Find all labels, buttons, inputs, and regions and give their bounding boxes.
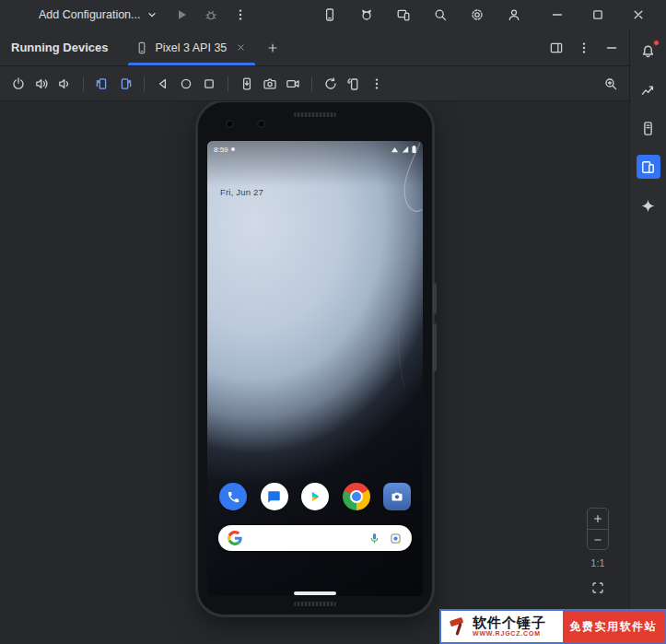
chart-trend-icon — [640, 82, 656, 98]
camera-app-icon[interactable] — [383, 483, 411, 510]
search-icon — [433, 7, 448, 22]
hardware-volume-button[interactable] — [433, 323, 437, 371]
home-date: Fri, Jun 27 — [220, 187, 263, 197]
window-layout-button[interactable] — [544, 36, 568, 60]
mic-icon[interactable] — [368, 533, 380, 544]
device-connection-button[interactable] — [343, 73, 365, 95]
kebab-icon — [577, 41, 591, 55]
wifi-icon — [391, 146, 399, 153]
volume-up-button[interactable] — [30, 73, 53, 95]
logcat-button[interactable] — [355, 3, 379, 27]
panel-title: Running Devices — [11, 41, 108, 54]
panel-options-button[interactable] — [572, 36, 596, 60]
power-icon — [11, 76, 26, 91]
gemini-sparkle-icon — [640, 198, 656, 214]
fit-screen-button[interactable] — [586, 576, 610, 600]
zoom-scale-label[interactable]: 1:1 — [590, 557, 604, 568]
google-search-bar[interactable] — [218, 525, 412, 551]
chrome-core — [352, 492, 361, 501]
minimize-icon — [550, 7, 565, 22]
toolbar-more-button[interactable] — [366, 73, 388, 95]
run-configuration-dropdown[interactable]: Add Configuration... — [39, 8, 157, 21]
power-button[interactable] — [7, 73, 29, 95]
volume-down-button[interactable] — [53, 73, 76, 95]
hammer-logo-icon — [447, 615, 469, 638]
running-devices-panel: Running Devices Pixel 3 API 35 — [0, 29, 629, 644]
watermark-banner[interactable]: 软件个锤子 WWW.RJGCZ.COM 免费实用软件站 — [439, 609, 666, 644]
zoom-controls: 1:1 — [586, 508, 610, 600]
tab-pixel-3-api-35[interactable]: Pixel 3 API 35 — [126, 29, 257, 65]
overview-button[interactable] — [198, 73, 220, 95]
gear-icon — [470, 7, 485, 22]
gesture-home-pill[interactable] — [294, 591, 336, 595]
settings-button[interactable] — [465, 3, 489, 27]
device-mirror-button[interactable] — [391, 3, 415, 27]
reset-button[interactable] — [320, 73, 342, 95]
toolbar-divider — [228, 76, 228, 91]
play-store-app-icon[interactable] — [301, 483, 329, 510]
phone-app-icon[interactable] — [219, 483, 247, 510]
bug-icon — [204, 7, 218, 22]
minimize-icon — [604, 41, 619, 55]
profiler-tool-button[interactable] — [637, 77, 660, 101]
snapshot-button[interactable] — [236, 73, 258, 95]
android-status-bar: 8:59 — [207, 141, 423, 155]
screenshot-button[interactable] — [259, 73, 281, 95]
plus-icon — [266, 41, 279, 54]
video-camera-icon — [286, 76, 300, 91]
volume-down-icon — [57, 76, 72, 91]
front-camera-dot — [257, 120, 265, 128]
hardware-power-button[interactable] — [433, 283, 437, 314]
maximize-button[interactable] — [578, 0, 618, 29]
rotate-left-button[interactable] — [91, 73, 113, 95]
rotate-right-button[interactable] — [114, 73, 136, 95]
chrome-app-icon[interactable] — [343, 483, 370, 510]
camera-glyph-icon — [390, 489, 404, 504]
watermark-site-name: 软件个锤子 — [473, 615, 546, 631]
app-dock — [219, 483, 411, 510]
status-time: 8:59 — [214, 146, 228, 154]
chevron-down-icon — [147, 10, 157, 19]
device-manager-button[interactable] — [318, 3, 342, 27]
bottom-speaker — [294, 602, 336, 606]
signal-icon — [402, 146, 409, 153]
tab-bar-options — [544, 36, 624, 60]
watermark-site-url: WWW.RJGCZ.COM — [473, 630, 546, 638]
emulator-screen[interactable]: 8:59 Fri, Jun 27 — [207, 141, 423, 596]
close-button[interactable] — [618, 0, 659, 29]
search-everywhere-button[interactable] — [428, 3, 452, 27]
debug-button[interactable] — [199, 3, 223, 27]
front-camera-dot — [226, 120, 234, 128]
tab-bar: Running Devices Pixel 3 API 35 — [0, 29, 629, 66]
run-button[interactable] — [169, 3, 193, 27]
toolbar-divider — [83, 76, 84, 91]
phone-tab-icon — [135, 41, 148, 54]
minimize-button[interactable] — [537, 0, 578, 29]
profile-button[interactable] — [502, 3, 526, 27]
toolbar-divider — [144, 76, 145, 91]
more-actions-button[interactable] — [228, 3, 252, 27]
plus-icon — [591, 512, 604, 525]
play-icon — [174, 7, 189, 22]
device-explorer-tool-button[interactable] — [637, 116, 660, 140]
home-button[interactable] — [175, 73, 197, 95]
toolbar-divider — [311, 76, 312, 91]
zoom-out-button[interactable] — [588, 529, 608, 549]
add-device-tab-button[interactable] — [261, 36, 285, 60]
running-devices-tool-button[interactable] — [637, 155, 660, 179]
tab-close-button[interactable] — [233, 41, 248, 55]
zoom-in-button[interactable] — [588, 509, 608, 529]
window-controls — [537, 0, 659, 29]
right-tool-stripe — [629, 29, 666, 644]
back-button[interactable] — [152, 73, 174, 95]
messages-app-icon[interactable] — [261, 483, 288, 510]
gemini-tool-button[interactable] — [637, 193, 660, 217]
screenshot-zoom-button[interactable] — [600, 73, 622, 95]
lens-icon[interactable] — [389, 532, 403, 545]
hide-panel-button[interactable] — [600, 36, 624, 60]
camera-icon — [263, 76, 277, 91]
screen-record-button[interactable] — [282, 73, 304, 95]
window-layout-icon — [549, 41, 564, 55]
device-manager-icon — [322, 7, 337, 22]
notifications-button[interactable] — [637, 39, 660, 63]
